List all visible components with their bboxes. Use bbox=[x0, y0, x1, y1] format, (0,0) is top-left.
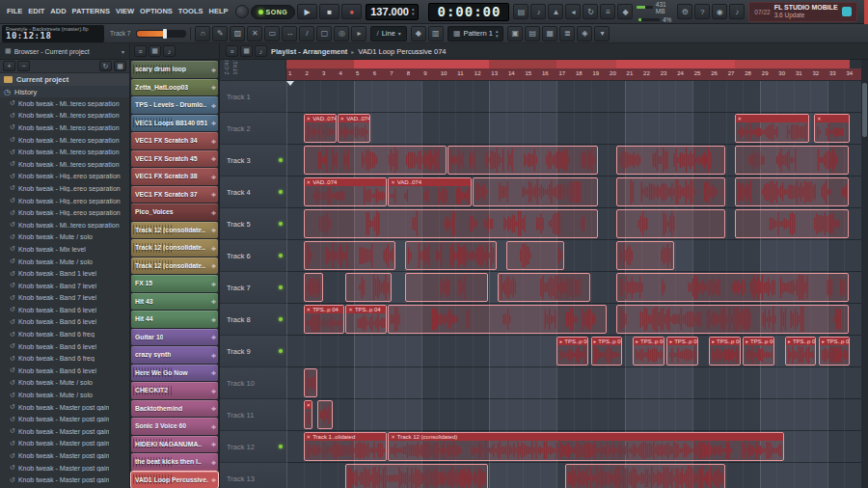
channel-button[interactable]: HIDEKI NAGANUMA..✚ bbox=[131, 436, 218, 453]
help-icon[interactable]: ? bbox=[694, 4, 710, 19]
history-item[interactable]: ↺Knob tweak - Mi..tereo separation bbox=[0, 134, 129, 147]
timeline-marker[interactable] bbox=[735, 60, 850, 68]
history-item[interactable]: ↺Knob tweak - Master post gain bbox=[0, 425, 129, 438]
metronome-icon[interactable]: ▲ bbox=[548, 4, 563, 19]
history-item[interactable]: ↺Knob tweak - Band 7 level bbox=[0, 280, 129, 292]
audio-clip[interactable] bbox=[345, 273, 392, 302]
channel-button[interactable]: Track 12 (consolidate..✚ bbox=[131, 258, 218, 275]
audio-clip[interactable] bbox=[616, 241, 674, 270]
track-header[interactable]: Track 1 bbox=[220, 81, 286, 113]
track-header[interactable]: Track 4 bbox=[220, 176, 286, 208]
settings-gear-icon[interactable]: ⚙ bbox=[677, 4, 692, 19]
audio-clip[interactable] bbox=[565, 464, 725, 488]
channel-button[interactable]: scary drum loop✚ bbox=[131, 61, 218, 78]
audio-clip[interactable] bbox=[616, 177, 725, 206]
playlist-grid-icon[interactable]: ▦ bbox=[240, 45, 253, 57]
audio-clip[interactable]: ✕TPS..p 04 bbox=[304, 305, 345, 334]
menu-item-help[interactable]: HELP bbox=[206, 0, 231, 23]
audio-clip[interactable] bbox=[345, 464, 488, 488]
history-item[interactable]: ↺Knob tweak - Band 6 freq bbox=[0, 328, 129, 340]
track-header[interactable]: Track 11 bbox=[220, 399, 286, 431]
channel-button[interactable]: crazy synth✚ bbox=[131, 346, 218, 364]
audio-clip[interactable]: ✕Track 12 (consolidated) bbox=[388, 432, 784, 461]
playlist-header[interactable]: ≡▦♪ Playlist - Arrangement ▸ VAD1 Loop P… bbox=[220, 43, 868, 59]
zoom-tool-icon[interactable]: ◎ bbox=[334, 26, 349, 41]
audio-clip[interactable] bbox=[388, 305, 607, 334]
picker-filter-icon[interactable]: ▦ bbox=[149, 45, 161, 57]
performance-mode-icon[interactable]: ◈ bbox=[577, 26, 592, 41]
browser-menu-arrow-icon[interactable]: ▾ bbox=[122, 48, 124, 55]
stretch-toggle[interactable]: STRETCH bbox=[232, 66, 238, 74]
tool-dropdown[interactable]: / Line ▾ bbox=[370, 26, 406, 41]
channel-button[interactable]: VEC1 FX Scratch 38✚ bbox=[131, 168, 218, 185]
delete-tool-icon[interactable]: ✕ bbox=[247, 26, 262, 41]
channel-button[interactable]: Guitar 10✚ bbox=[131, 329, 218, 346]
audio-clip[interactable]: ▸TPS..p 04 bbox=[819, 337, 850, 366]
typing-keyboard-icon[interactable]: ▤ bbox=[513, 4, 529, 19]
timeline-marker[interactable] bbox=[354, 60, 489, 68]
menu-item-view[interactable]: VIEW bbox=[113, 0, 137, 23]
audio-clip[interactable]: ▸TPS..p 04 bbox=[743, 337, 773, 366]
history-item[interactable]: ↺Knob tweak - Mi..tereo separation bbox=[0, 146, 129, 158]
audio-clip[interactable] bbox=[405, 273, 489, 302]
channel-button[interactable]: Zetta_HatLoop03✚ bbox=[131, 79, 218, 96]
piano-keyboard-icon[interactable]: ♪ bbox=[530, 4, 546, 19]
channel-button[interactable]: VEC1 Loops B8140 051✚ bbox=[131, 115, 218, 132]
countdown-icon[interactable]: ◂ bbox=[565, 4, 581, 19]
history-item[interactable]: ↺Knob tweak - Mute / solo bbox=[0, 389, 129, 401]
audio-clip[interactable]: ▸TPS..p 04 bbox=[666, 337, 697, 366]
channel-button[interactable]: the beat kicks then I..✚ bbox=[131, 453, 218, 471]
menu-item-options[interactable]: OPTIONS bbox=[137, 0, 176, 23]
draw-tool-icon[interactable]: ✎ bbox=[212, 26, 228, 41]
audio-clip[interactable]: ✕VAD..074 bbox=[304, 177, 388, 206]
history-item[interactable]: ↺Knob tweak - Master post gain bbox=[0, 401, 129, 414]
paint-tool-icon[interactable]: ▨ bbox=[230, 26, 245, 41]
audio-clip[interactable] bbox=[498, 273, 589, 302]
about-icon[interactable]: ◉ bbox=[712, 4, 727, 19]
audio-clip[interactable]: ✕ bbox=[735, 114, 810, 143]
channel-button[interactable]: TPS - Levels - Drumlo..✚ bbox=[131, 96, 218, 114]
audio-clip[interactable]: ✕ bbox=[304, 400, 313, 429]
audio-clip[interactable] bbox=[304, 368, 318, 397]
stop-button[interactable]: ■ bbox=[319, 4, 339, 19]
audio-clip[interactable] bbox=[304, 209, 599, 238]
master-audio-icon[interactable]: ♪ bbox=[729, 4, 745, 19]
expand-icon[interactable]: + bbox=[3, 61, 15, 71]
audio-clip[interactable] bbox=[448, 146, 599, 175]
timeline-marker[interactable] bbox=[556, 60, 615, 68]
channel-button[interactable]: Hit 43✚ bbox=[131, 293, 218, 311]
track-header[interactable]: Track 12 bbox=[220, 431, 286, 463]
audio-clip[interactable] bbox=[735, 177, 849, 206]
track-header[interactable]: Track 7 bbox=[220, 272, 286, 304]
history-item[interactable]: ↺Knob tweak - Band 6 level bbox=[0, 340, 129, 353]
history-item[interactable]: ↺Knob tweak - Master post gain bbox=[0, 474, 129, 486]
history-item[interactable]: ↺Knob tweak - Band 7 level bbox=[0, 292, 129, 305]
audio-clip[interactable]: ✕VAD..074 bbox=[338, 114, 370, 143]
multilink-icon[interactable]: ◆ bbox=[617, 4, 633, 19]
browser-item-current-project[interactable]: Current project bbox=[0, 73, 129, 86]
channel-button[interactable]: VEC1 FX Scratch 45✚ bbox=[131, 150, 218, 168]
record-button[interactable]: ● bbox=[341, 4, 362, 19]
audio-clip[interactable] bbox=[506, 241, 564, 270]
audio-clip[interactable] bbox=[304, 241, 395, 270]
audio-clip[interactable]: ▸TPS..p 04 bbox=[556, 337, 587, 366]
history-item[interactable]: ↺Knob tweak - Master post gain bbox=[0, 438, 129, 450]
menu-item-file[interactable]: FILE bbox=[4, 0, 25, 23]
history-item[interactable]: ↺Knob tweak - Band 6 level bbox=[0, 316, 129, 329]
history-item[interactable]: ↺Knob tweak - Master post gain bbox=[0, 413, 129, 425]
channel-button[interactable]: Backtothemind✚ bbox=[131, 400, 218, 418]
playlist-menu-icon[interactable]: ≡ bbox=[226, 45, 238, 57]
film-strip-icon[interactable]: ▦ bbox=[542, 26, 557, 41]
audio-clip[interactable]: ✕VAD..074 bbox=[388, 177, 472, 206]
menu-item-patterns[interactable]: PATTERNS bbox=[69, 0, 113, 23]
history-item[interactable]: ↺Knob tweak - Mute / solo bbox=[0, 256, 129, 268]
step-edit-icon[interactable]: ≡ bbox=[600, 4, 615, 19]
audio-clip[interactable]: ✕Track 1..olidated bbox=[304, 432, 388, 461]
play-button[interactable]: ▶ bbox=[297, 4, 317, 19]
history-item[interactable]: ↺Knob tweak - Mi..tereo separation bbox=[0, 158, 129, 171]
history-item[interactable]: ↺Knob tweak - Hig..ereo separation bbox=[0, 182, 129, 195]
track-header[interactable]: Track 10 bbox=[220, 367, 286, 399]
browser-view-icon[interactable]: ▦ bbox=[114, 61, 126, 71]
timeline-marker[interactable] bbox=[286, 60, 354, 68]
track-header[interactable]: Track 13 bbox=[220, 463, 286, 488]
